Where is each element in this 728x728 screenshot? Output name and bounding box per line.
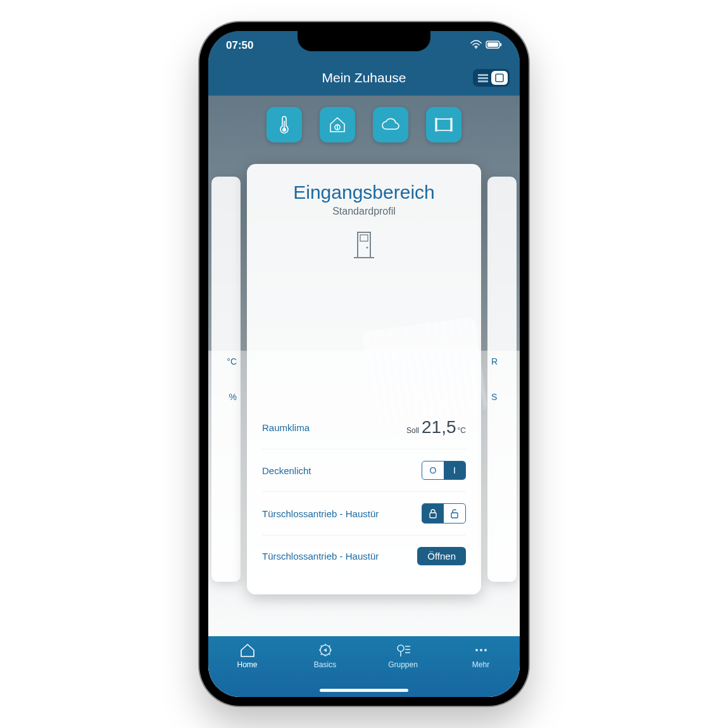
open-button[interactable]: Öffnen [417,547,466,565]
svg-point-27 [475,649,478,651]
lock-closed-icon[interactable] [422,504,444,523]
tab-basics[interactable]: Basics [300,643,351,669]
svg-rect-19 [430,513,436,518]
svg-rect-5 [478,77,488,79]
svg-point-18 [367,247,368,249]
climate-label: Raumklima [262,422,310,433]
svg-rect-2 [487,42,498,47]
svg-point-22 [398,645,404,651]
header-title: Mein Zuhause [322,70,406,85]
tab-bar: Home Basics Gruppen Mehr [208,636,520,697]
view-toggle[interactable] [473,69,510,87]
row-open: Türschlossantrieb - Haustür Öffnen [262,535,466,577]
prev-room-card[interactable]: °C % [211,177,241,582]
light-label: Deckenlicht [262,465,311,476]
light-toggle[interactable]: O I [422,461,466,480]
light-off[interactable]: O [422,461,444,479]
app-header: Mein Zuhause [208,60,520,96]
tab-home[interactable]: Home [222,643,273,669]
battery-icon [486,39,502,52]
svg-rect-16 [360,235,368,241]
quick-house[interactable] [320,107,355,142]
next-room-card[interactable]: R S [487,177,517,582]
lock-open-icon[interactable] [444,504,465,523]
svg-rect-6 [478,80,488,82]
room-profile: Standardprofil [262,206,466,217]
list-view-icon[interactable] [475,71,491,85]
row-climate[interactable]: Raumklima Soll21,5°C [262,406,466,449]
tab-groups[interactable]: Gruppen [378,643,429,669]
svg-point-28 [480,649,482,651]
quick-cloud[interactable] [373,107,408,142]
svg-point-0 [475,47,477,48]
svg-rect-4 [478,74,488,76]
open-label: Türschlossantrieb - Haustür [262,551,379,562]
light-on[interactable]: I [444,461,465,479]
climate-value: Soll21,5°C [406,417,466,437]
card-view-icon[interactable] [491,71,508,85]
room-title: Eingangsbereich [262,182,466,203]
lock-toggle[interactable] [422,503,466,524]
status-time: 07:50 [226,39,253,52]
svg-point-29 [484,649,487,651]
svg-rect-12 [436,119,451,130]
door-icon [262,229,466,265]
svg-rect-15 [358,232,370,258]
room-card: Eingangsbereich Standardprofil Raumklima… [247,164,481,594]
tab-more[interactable]: Mehr [456,643,506,669]
svg-rect-20 [451,513,458,518]
row-lock: Türschlossantrieb - Haustür [262,491,466,535]
quick-panel[interactable] [426,107,461,142]
svg-rect-14 [450,118,453,132]
quick-temperature[interactable] [267,107,302,142]
svg-rect-13 [435,118,437,132]
row-light: Deckenlicht O I [262,449,466,491]
wifi-icon [470,39,482,52]
home-indicator[interactable] [320,689,408,692]
svg-rect-3 [500,43,501,46]
svg-rect-7 [496,74,503,82]
lock-label: Türschlossantrieb - Haustür [262,508,379,519]
